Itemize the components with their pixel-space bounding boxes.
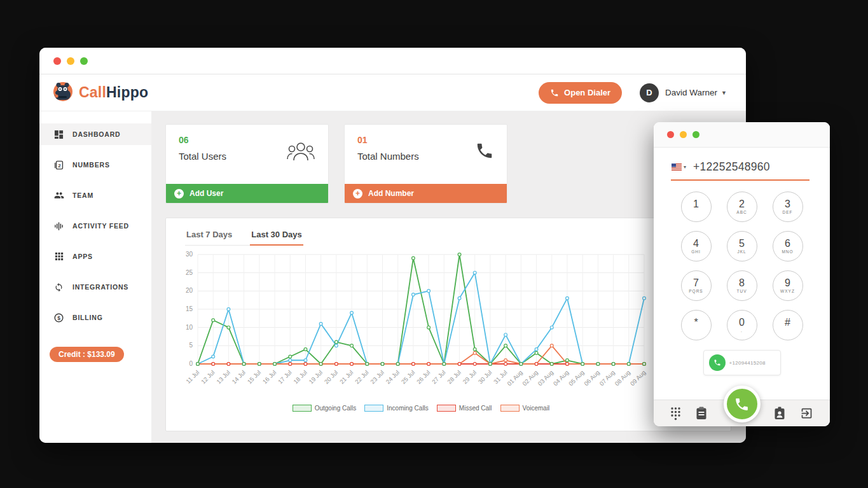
sidebar: DASHBOARD2NUMBERSTEAMACTIVITY FEEDAPPSIN… — [39, 111, 151, 443]
clipboard-icon[interactable] — [696, 407, 707, 420]
legend-swatch — [500, 405, 520, 412]
sidebar-item-label: APPS — [72, 253, 93, 260]
legend-label: Missed Call — [459, 405, 492, 412]
key-digit: 9 — [785, 278, 790, 289]
dialpad-key-1[interactable]: 1 — [681, 192, 712, 222]
credit-badge[interactable]: Credit : $133.09 — [50, 347, 124, 362]
calls-line-chart: 05101520253011 Jul12 Jul13 Jul14 Jul15 J… — [166, 246, 731, 402]
dialpad-key-3[interactable]: 3DEF — [773, 192, 803, 222]
svg-text:10: 10 — [186, 324, 193, 331]
chart-range-tabs: Last 7 DaysLast 30 Days — [185, 227, 303, 246]
maximize-window-button[interactable] — [80, 57, 88, 65]
flag-caret-icon[interactable]: ▾ — [684, 164, 686, 170]
close-window-button[interactable] — [53, 57, 61, 65]
svg-text:25: 25 — [186, 269, 193, 276]
sidebar-item-integrations[interactable]: INTEGRATIONS — [39, 276, 151, 298]
number-underline — [671, 179, 809, 181]
sidebar-item-label: BILLING — [72, 314, 103, 321]
svg-text:24 Jul: 24 Jul — [384, 369, 401, 386]
dialer-titlebar — [654, 122, 830, 148]
dialpad-key-4[interactable]: 4GHI — [681, 231, 712, 261]
key-letters: MNO — [782, 249, 793, 254]
dialpad-key-hash[interactable]: # — [773, 310, 803, 340]
hippo-logo-icon — [50, 80, 75, 106]
key-letters: PQRS — [689, 289, 703, 293]
dialed-number-input[interactable]: +12252548960 — [693, 160, 770, 174]
svg-text:02 Aug: 02 Aug — [521, 369, 539, 387]
dialpad-key-5[interactable]: 5JKL — [727, 231, 757, 261]
svg-text:23 Jul: 23 Jul — [369, 369, 385, 386]
stat-label: Total Numbers — [357, 151, 494, 162]
add-user-button[interactable]: +Add User — [166, 184, 328, 203]
stat-value: 01 — [357, 135, 494, 145]
dialpad-key-2[interactable]: 2ABC — [727, 192, 757, 222]
dialer-minimize-button[interactable] — [680, 131, 687, 138]
open-dialer-button[interactable]: Open Dialer — [539, 82, 622, 104]
sidebar-item-team[interactable]: TEAM — [39, 185, 151, 206]
sidebar-item-billing[interactable]: $BILLING — [39, 307, 151, 328]
sidebar-item-apps[interactable]: APPS — [39, 246, 151, 267]
dialer-maximize-button[interactable] — [692, 131, 699, 138]
key-digit: 3 — [785, 199, 790, 210]
svg-text:05 Aug: 05 Aug — [567, 369, 586, 387]
dialer-window: ▾ +12252548960 12ABC3DEF4GHI5JKL6MNO7PQR… — [654, 122, 830, 426]
key-letters: TUV — [737, 289, 747, 293]
exit-icon[interactable] — [800, 407, 813, 420]
series-line-incoming-calls — [198, 273, 644, 364]
contact-icon[interactable] — [774, 407, 785, 420]
svg-text:28 Jul: 28 Jul — [446, 369, 462, 386]
billing-icon: $ — [53, 312, 64, 323]
chevron-down-icon[interactable]: ▼ — [721, 90, 727, 96]
legend-item-missed-call: Missed Call — [437, 405, 492, 412]
svg-text:26 Jul: 26 Jul — [415, 369, 432, 386]
dialpad-key-9[interactable]: 9WXYZ — [773, 270, 803, 301]
keypad-icon[interactable] — [670, 407, 681, 421]
caller-id-chip[interactable]: +12094415208 — [703, 350, 781, 375]
callhippo-logo[interactable]: CallHippo — [50, 80, 148, 106]
svg-text:11 Jul: 11 Jul — [184, 369, 200, 385]
key-letters: WXYZ — [780, 289, 795, 293]
window-titlebar — [39, 48, 746, 74]
svg-text:18 Jul: 18 Jul — [292, 369, 308, 386]
svg-text:08 Aug: 08 Aug — [614, 369, 632, 387]
stat-card-total-numbers: 01Total Numbers+Add Number — [344, 124, 507, 204]
dialpad-key-8[interactable]: 8TUV — [727, 270, 757, 301]
svg-text:$: $ — [57, 314, 60, 321]
dialpad-key-6[interactable]: 6MNO — [773, 231, 803, 261]
action-label: Add User — [189, 189, 223, 198]
plus-icon: + — [353, 189, 362, 199]
us-flag-icon[interactable] — [672, 164, 682, 171]
svg-text:06 Aug: 06 Aug — [582, 369, 601, 387]
sidebar-item-activity-feed[interactable]: ACTIVITY FEED — [39, 215, 151, 237]
sidebar-item-numbers[interactable]: 2NUMBERS — [39, 154, 151, 176]
sidebar-item-label: TEAM — [72, 192, 93, 199]
sidebar-item-dashboard[interactable]: DASHBOARD — [39, 123, 151, 145]
key-digit: 1 — [693, 199, 699, 210]
caller-id-phone-icon — [709, 354, 726, 371]
call-button[interactable] — [724, 386, 761, 422]
svg-text:19 Jul: 19 Jul — [307, 369, 324, 386]
dialpad-key-7[interactable]: 7PQRS — [681, 270, 712, 301]
dialpad-key-0[interactable]: 0. — [727, 310, 757, 340]
svg-text:07 Aug: 07 Aug — [598, 369, 616, 387]
users-group-icon — [286, 141, 315, 164]
user-name: David Warner — [665, 88, 717, 97]
key-letters: JKL — [737, 249, 746, 254]
key-letters: GHI — [691, 249, 701, 254]
dialpad: 12ABC3DEF4GHI5JKL6MNO7PQRS8TUV9WXYZ*0.# — [654, 192, 830, 340]
add-number-button[interactable]: +Add Number — [345, 184, 507, 203]
key-digit: 6 — [785, 239, 790, 249]
brand-name: CallHippo — [79, 84, 148, 101]
tab-last-30-days[interactable]: Last 30 Days — [250, 227, 303, 246]
dialer-close-button[interactable] — [667, 131, 674, 138]
call-phone-icon — [734, 396, 750, 412]
svg-text:29 Jul: 29 Jul — [461, 369, 478, 386]
minimize-window-button[interactable] — [67, 57, 74, 65]
app-header: CallHippo Open Dialer D David Warner ▼ — [39, 74, 746, 111]
phone-icon — [475, 141, 494, 163]
svg-text:16 Jul: 16 Jul — [261, 369, 278, 386]
key-digit: 8 — [739, 278, 745, 289]
user-avatar[interactable]: D — [640, 83, 659, 102]
tab-last-7-days[interactable]: Last 7 Days — [185, 227, 233, 246]
dialpad-key-star[interactable]: * — [681, 310, 712, 340]
